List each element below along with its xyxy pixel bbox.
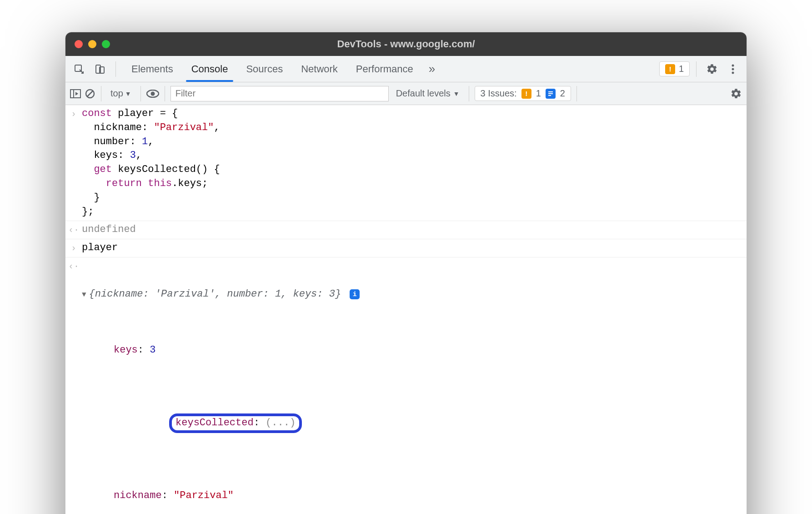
svg-point-4: [732, 68, 734, 70]
issues-info-count: 2: [560, 88, 565, 99]
divider: [576, 86, 577, 101]
console-input-row[interactable]: › const player = { nickname: "Parzival",…: [65, 105, 747, 221]
warning-icon: !: [521, 89, 531, 99]
devtools-window: DevTools - www.google.com/ Elements Cons…: [65, 32, 747, 514]
info-badge-icon[interactable]: i: [350, 289, 360, 299]
context-selector[interactable]: top ▼: [107, 86, 135, 101]
log-levels-selector[interactable]: Default levels ▼: [392, 88, 463, 99]
close-window-button[interactable]: [75, 40, 83, 48]
output-undefined: undefined: [82, 221, 747, 239]
warning-count: 1: [679, 64, 684, 74]
console-settings-icon[interactable]: [730, 88, 742, 100]
kebab-menu-icon[interactable]: [724, 60, 742, 78]
console-body: › const player = { nickname: "Parzival",…: [65, 105, 747, 514]
filter-input[interactable]: [170, 86, 389, 101]
tab-performance[interactable]: Performance: [347, 57, 422, 81]
console-output-row: ‹· undefined: [65, 221, 747, 239]
panel-tabs: Elements Console Sources Network Perform…: [122, 57, 441, 81]
console-filterbar: top ▼ Default levels ▼ 3 Issues: ! 1 2: [65, 82, 747, 105]
minimize-window-button[interactable]: [88, 40, 96, 48]
more-tabs-button[interactable]: »: [422, 62, 441, 76]
input-marker-icon: ›: [65, 239, 82, 257]
divider: [469, 86, 469, 101]
svg-line-10: [87, 91, 93, 96]
levels-label: Default levels: [396, 88, 451, 99]
traffic-lights: [75, 40, 110, 48]
divider: [165, 86, 165, 101]
object-summary-line[interactable]: {nickname: 'Parzival', number: 1, keys: …: [82, 287, 742, 302]
clear-console-icon[interactable]: [85, 88, 95, 99]
info-icon: [546, 89, 556, 99]
object-output: {nickname: 'Parzival', number: 1, keys: …: [82, 257, 747, 514]
object-property-getter-highlight[interactable]: keysCollected: (...): [82, 399, 742, 447]
svg-marker-8: [75, 92, 78, 96]
tab-elements[interactable]: Elements: [122, 57, 182, 81]
output-marker-icon: ‹·: [65, 257, 82, 514]
issues-label: 3 Issues:: [481, 88, 517, 99]
svg-point-12: [150, 91, 155, 96]
output-marker-icon: ‹·: [65, 221, 82, 239]
settings-icon[interactable]: [703, 60, 721, 78]
issues-button[interactable]: 3 Issues: ! 1 2: [475, 86, 571, 101]
disclosure-triangle-open-icon[interactable]: [82, 288, 89, 300]
live-expression-icon[interactable]: [146, 90, 159, 98]
console-input-row[interactable]: › player: [65, 239, 747, 257]
maximize-window-button[interactable]: [102, 40, 110, 48]
divider: [101, 86, 101, 101]
input-marker-icon: ›: [65, 105, 82, 221]
tab-network[interactable]: Network: [292, 57, 347, 81]
tab-sources[interactable]: Sources: [237, 57, 292, 81]
inspect-element-icon[interactable]: [70, 60, 88, 78]
object-property[interactable]: nickname: "Parzival": [82, 489, 742, 503]
context-label: top: [110, 88, 123, 99]
object-property[interactable]: keys: 3: [82, 343, 742, 358]
sidebar-toggle-icon[interactable]: [70, 89, 81, 98]
svg-rect-13: [548, 91, 553, 92]
main-toolbar: Elements Console Sources Network Perform…: [65, 56, 747, 82]
svg-point-5: [732, 71, 734, 74]
svg-point-3: [732, 64, 734, 66]
device-toolbar-icon[interactable]: [91, 60, 109, 78]
svg-rect-14: [548, 93, 553, 94]
chevron-down-icon: ▼: [453, 90, 460, 97]
warning-icon: !: [665, 64, 675, 74]
window-title: DevTools - www.google.com/: [65, 38, 747, 50]
chevron-down-icon: ▼: [125, 90, 131, 97]
divider: [696, 61, 697, 77]
tab-console[interactable]: Console: [182, 57, 237, 81]
divider: [140, 86, 141, 101]
svg-rect-15: [548, 95, 551, 96]
console-output-row: ‹· {nickname: 'Parzival', number: 1, key…: [65, 257, 747, 514]
issues-warn-count: 1: [536, 88, 541, 99]
titlebar: DevTools - www.google.com/: [65, 32, 747, 56]
code-input: const player = { nickname: "Parzival", n…: [82, 105, 747, 221]
code-input: player: [82, 239, 747, 257]
warnings-badge[interactable]: ! 1: [659, 61, 690, 76]
divider: [115, 61, 116, 77]
